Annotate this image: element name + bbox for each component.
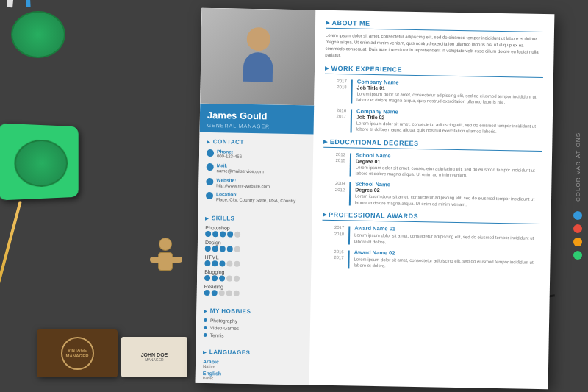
education-title: EDUCATIONAL DEGREES xyxy=(323,138,542,151)
dot xyxy=(205,246,211,252)
about-section: ABOUT ME Lorem ipsum dolor sit amet, con… xyxy=(325,19,544,63)
work-section: WORK EXPERIENCE 2017 2018 Company Name J… xyxy=(324,65,544,136)
job-desc: Lorem ipsum dolor sit amet, consectetur … xyxy=(356,91,542,107)
color-dot-orange[interactable] xyxy=(573,238,582,246)
name-banner: James Gould GENERAL MANAGER xyxy=(200,104,315,134)
degree-desc: Lorem ipsum dolor sit amet, consectetur … xyxy=(356,164,542,179)
contact-website: Website: http://www.my-website.com xyxy=(206,177,305,190)
dot xyxy=(219,260,225,266)
contact-title: CONTACT xyxy=(207,138,306,146)
dot xyxy=(227,231,233,237)
dot xyxy=(234,232,240,238)
dot xyxy=(226,260,232,266)
skill-photoshop: Photoshop xyxy=(205,225,304,238)
dot xyxy=(212,231,218,237)
award-year: 2017 2018 xyxy=(322,224,344,244)
languages-title: LANGUAGES xyxy=(203,349,302,357)
john-doe-card: JOHN DOE MANAGER xyxy=(121,337,187,377)
work-entry-1: 2017 2018 Company Name Job Title 01 Lore… xyxy=(324,78,543,107)
skill-design: Design xyxy=(205,240,304,253)
work-content: Company Name Job Title 01 Lorem ipsum do… xyxy=(356,79,543,107)
color-dot-blue[interactable] xyxy=(573,211,582,220)
skill-dots xyxy=(205,246,304,253)
edu-year: 2009 2012 xyxy=(323,180,345,205)
resume-job-title: GENERAL MANAGER xyxy=(207,123,306,129)
about-text: Lorem ipsum dolor sit amet, consectetur … xyxy=(325,32,544,63)
dot xyxy=(220,231,226,237)
person-silhouette xyxy=(235,27,280,87)
john-doe-name: JOHN DOE xyxy=(141,352,168,357)
photo-area xyxy=(200,8,315,106)
dot xyxy=(205,231,211,237)
dot xyxy=(234,276,240,282)
job-desc: Lorem ipsum dolor sit amet, consectetur … xyxy=(356,120,542,135)
dot xyxy=(212,290,218,296)
entry-line xyxy=(351,79,353,103)
color-dot-red[interactable] xyxy=(573,224,582,233)
work-year: 2016 2017 xyxy=(324,107,347,132)
phone-value: 000-123-456 xyxy=(217,154,242,160)
award-desc: Lorem ipsum dolor sit amet, consectetur … xyxy=(354,232,540,248)
award-content: Award Name 02 Lorem ipsum dolor sit amet… xyxy=(354,249,539,271)
skill-reading: Reading xyxy=(204,284,304,297)
dot xyxy=(219,275,225,281)
hobby-dot xyxy=(204,333,207,337)
hobby-tennis: Tennis xyxy=(204,332,303,339)
website-icon xyxy=(206,178,213,185)
dot xyxy=(234,291,240,296)
edu-entry-1: 2012 2015 School Name Degree 01 Lorem ip… xyxy=(323,151,542,179)
color-variations: COLOR VARIATIONS xyxy=(573,132,582,260)
contact-mail: Mail: name@mailservice.com xyxy=(207,163,306,176)
vintage-card: VINTAGEMANAGER xyxy=(37,329,118,377)
entry-line xyxy=(351,109,353,132)
edu-content: School Name Degree 01 Lorem ipsum dolor … xyxy=(356,152,542,179)
hobbies-title: MY HOBBIES xyxy=(204,307,303,316)
dot xyxy=(220,246,226,252)
dot xyxy=(219,290,225,296)
website-value: http://www.my-website.com xyxy=(216,183,270,190)
lang-english: English Basic xyxy=(203,371,302,382)
degree-desc: Lorem ipsum dolor sit amet, consectetur … xyxy=(355,193,541,209)
skills-title: SKILLS xyxy=(205,215,304,223)
dot xyxy=(212,246,218,252)
edu-content: School Name Degree 02 Lorem ipsum dolor … xyxy=(355,181,542,209)
wooden-figure xyxy=(151,238,180,282)
resume-name: James Gould xyxy=(207,110,306,123)
entry-line xyxy=(350,153,352,177)
dot xyxy=(204,275,210,281)
hobby-text: Video Games xyxy=(210,325,239,331)
mail-value: name@mailservice.com xyxy=(217,168,264,175)
award-year: 2016 2017 xyxy=(321,249,343,268)
languages-section: LANGUAGES Arabic Native English Basic Ru… xyxy=(196,343,310,389)
speaker-bottom-left xyxy=(0,123,79,200)
photo-placeholder xyxy=(200,8,315,106)
person-body xyxy=(243,52,273,82)
contact-location: Location: Place, City, Country State, US… xyxy=(206,191,305,204)
work-year: 2017 2018 xyxy=(324,78,347,103)
lang-level: Native xyxy=(203,364,302,370)
award-entry-2: 2016 2017 Award Name 02 Lorem ipsum dolo… xyxy=(321,249,539,272)
dot xyxy=(212,275,218,281)
work-content: Company Name Job Title 02 Lorem ipsum do… xyxy=(356,107,543,135)
hobby-dot xyxy=(204,326,207,329)
about-title: ABOUT ME xyxy=(326,19,544,32)
contact-phone: Phone: 000-123-456 xyxy=(207,149,306,162)
person-head xyxy=(246,27,270,51)
awards-title: PROFESSIONAL AWARDS xyxy=(322,211,540,224)
work-entry-2: 2016 2017 Company Name Job Title 02 Lore… xyxy=(324,107,543,136)
award-entry-1: 2017 2018 Award Name 01 Lorem ipsum dolo… xyxy=(322,224,540,248)
john-doe-title: MANAGER xyxy=(145,357,163,362)
dot xyxy=(204,290,210,296)
location-icon xyxy=(206,192,213,199)
award-desc: Lorem ipsum dolor sit amet, consectetur … xyxy=(354,256,539,271)
dot xyxy=(212,260,218,266)
dot xyxy=(204,260,210,266)
dot xyxy=(234,246,240,252)
hobbies-section: MY HOBBIES Photography Video Games Tenni… xyxy=(196,302,311,345)
skill-dots xyxy=(204,260,304,268)
lang-level: Basic xyxy=(203,376,302,382)
color-dot-green[interactable] xyxy=(573,251,582,260)
awards-section: PROFESSIONAL AWARDS 2017 2018 Award Name… xyxy=(321,211,540,272)
hobby-text: Photography xyxy=(210,318,237,324)
location-value: Place, City, Country State, USA, Country xyxy=(216,197,295,204)
